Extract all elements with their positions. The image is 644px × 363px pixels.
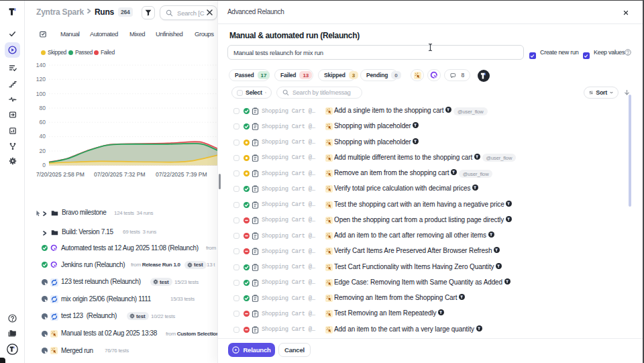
svg-text:120: 120 — [36, 76, 46, 83]
svg-text:07/22/2025 7:39 PM: 07/22/2025 7:39 PM — [156, 171, 207, 178]
svg-text:60: 60 — [40, 119, 46, 125]
svg-text:0: 0 — [42, 162, 46, 168]
svg-text:20: 20 — [40, 148, 46, 154]
svg-text:140: 140 — [36, 62, 46, 68]
svg-text:80: 80 — [40, 105, 46, 111]
svg-text:40: 40 — [40, 133, 46, 140]
svg-text:7/20/2025 2:58 PM: 7/20/2025 2:58 PM — [36, 171, 85, 178]
svg-text:07/20/2025 7:32 PM: 07/20/2025 7:32 PM — [94, 171, 146, 178]
svg-text:100: 100 — [36, 91, 46, 97]
